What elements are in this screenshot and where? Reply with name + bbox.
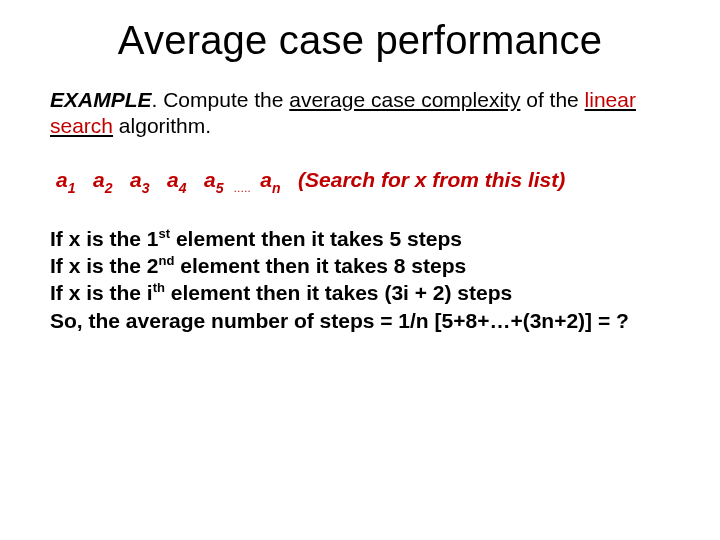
slide-title: Average case performance xyxy=(50,18,670,63)
a5: a5 xyxy=(204,168,223,191)
step-line-2: If x is the 2nd element then it takes 8 … xyxy=(50,252,670,279)
a2: a2 xyxy=(93,168,112,191)
example-intro: EXAMPLE. Compute the average case comple… xyxy=(50,87,670,140)
avg-complexity-phrase: average case complexity xyxy=(289,88,520,111)
search-instruction: (Search for x from this list) xyxy=(298,168,565,191)
a1: a1 xyxy=(56,168,75,191)
step-line-3: If x is the ith element then it takes (3… xyxy=(50,279,670,306)
intro-text-1: . Compute the xyxy=(152,88,290,111)
an: an xyxy=(260,168,280,191)
a4: a4 xyxy=(167,168,186,191)
steps-block: If x is the 1st element then it takes 5 … xyxy=(50,225,670,334)
step-line-1: If x is the 1st element then it takes 5 … xyxy=(50,225,670,252)
array-notation-line: a1 a2 a3 a4 a5 ….. an (Search for x from… xyxy=(56,168,670,195)
intro-text-3: algorithm. xyxy=(113,114,211,137)
slide: Average case performance EXAMPLE. Comput… xyxy=(0,0,720,540)
example-label: EXAMPLE xyxy=(50,88,152,111)
intro-text-2: of the xyxy=(520,88,584,111)
ellipsis: ….. xyxy=(229,182,254,194)
a3: a3 xyxy=(130,168,149,191)
step-line-4: So, the average number of steps = 1/n [5… xyxy=(50,307,670,334)
